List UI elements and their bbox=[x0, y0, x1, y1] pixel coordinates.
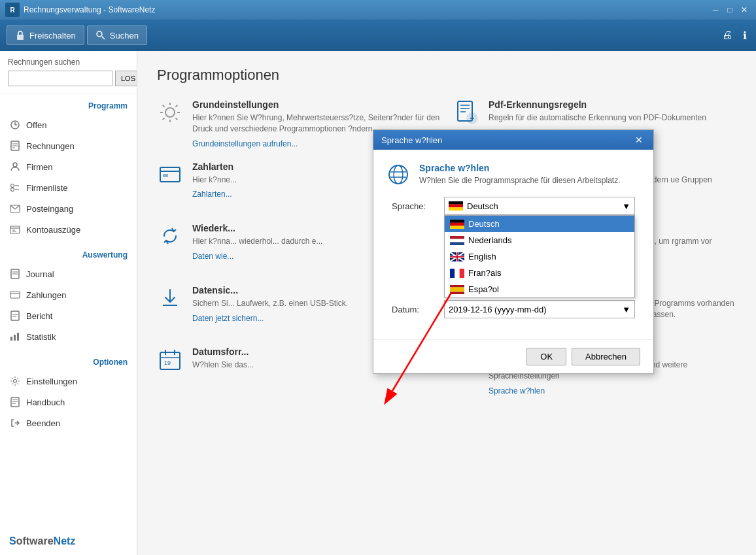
sidebar-item-statistik[interactable]: Statistik bbox=[0, 326, 137, 347]
lang-nederlands-label: Nederlands bbox=[468, 235, 512, 245]
datum-row: Datum: 2019-12-16 (yyyy-mm-dd) ▼ bbox=[392, 300, 635, 318]
svg-text:R: R bbox=[10, 7, 15, 14]
abbrechen-button[interactable]: Abbrechen bbox=[572, 348, 640, 365]
sidebar-label-beenden: Beenden bbox=[26, 418, 60, 428]
sidebar-item-firmenliste[interactable]: Firmenliste bbox=[0, 177, 137, 198]
wiederkehrend-desc: Hier k?nna... wiederhol... dadurch e... bbox=[192, 236, 322, 247]
sprache-selected-value: Deutsch bbox=[467, 201, 498, 211]
rechnungen-icon bbox=[9, 140, 21, 152]
svg-rect-34 bbox=[11, 397, 19, 407]
sidebar-item-einstellungen[interactable]: Einstellungen bbox=[0, 371, 137, 392]
lang-espanol[interactable]: Espa?ol bbox=[445, 281, 634, 297]
svg-text:19: 19 bbox=[164, 360, 171, 366]
zahlarten-heading: Zahlarten bbox=[192, 161, 237, 172]
freischalten-button[interactable]: Freischalten bbox=[7, 25, 84, 45]
sidebar-search: Rechnungen suchen LOS bbox=[0, 51, 137, 93]
svg-rect-2 bbox=[17, 35, 24, 40]
journal-icon bbox=[9, 268, 21, 280]
datensicherung-link[interactable]: Daten jetzt sichern... bbox=[192, 314, 264, 323]
svg-rect-80 bbox=[450, 256, 464, 258]
sidebar-item-kontoauszuge[interactable]: Kontoauszüge bbox=[0, 219, 137, 240]
posteingang-icon bbox=[9, 203, 21, 214]
datum-selected-value: 2019-12-16 (yyyy-mm-dd) bbox=[449, 305, 547, 314]
lang-deutsch[interactable]: Deutsch bbox=[445, 216, 634, 232]
search-go-button[interactable]: LOS bbox=[115, 71, 137, 86]
svg-rect-66 bbox=[449, 205, 463, 208]
grundeinstellungen-icon bbox=[157, 99, 183, 126]
svg-point-13 bbox=[11, 184, 14, 188]
freischalten-icon bbox=[15, 30, 26, 41]
content-area: Programmoptionen Grundeinstellungen Hier… bbox=[137, 51, 756, 555]
dialog-body: Sprache w?hlen W?hlen Sie die Programmsp… bbox=[373, 150, 653, 339]
minimize-button[interactable]: ─ bbox=[709, 3, 722, 16]
dialog-header-title: Sprache w?hlen bbox=[419, 163, 620, 173]
datumsformat-text: Datumsforr... W?hlen Sie das... bbox=[192, 346, 254, 375]
sidebar-label-einstellungen: Einstellungen bbox=[26, 377, 77, 386]
datumsformat-heading: Datumsforr... bbox=[192, 346, 254, 357]
sidebar-section-programm: Programm Offen Rechnungen Firmen Firmenl… bbox=[0, 93, 137, 243]
grundeinstellungen-link[interactable]: Grundeinstellungen aufrufen... bbox=[192, 139, 298, 148]
section-header-programm: Programm bbox=[0, 99, 137, 114]
svg-rect-68 bbox=[450, 220, 464, 223]
datumsformat-icon: 19 bbox=[157, 346, 183, 373]
search-row: LOS bbox=[8, 71, 129, 86]
svg-rect-70 bbox=[450, 226, 464, 229]
sidebar-item-bericht[interactable]: Bericht bbox=[0, 305, 137, 326]
section-header-auswertung: Auswertung bbox=[0, 248, 137, 263]
sidebar-section-auswertung: Auswertung Journal Zahlungen Bericht Sta… bbox=[0, 243, 137, 350]
wiederkehrend-link[interactable]: Daten wie... bbox=[192, 252, 233, 261]
sidebar-item-journal[interactable]: Journal bbox=[0, 263, 137, 284]
sidebar-label-kontoauszuge: Kontoauszüge bbox=[26, 225, 80, 235]
logo-netz: Netz bbox=[54, 535, 76, 547]
zahlarten-text: Zahlarten Hier k?nne... Zahlarten... bbox=[192, 161, 237, 199]
firmenliste-icon bbox=[9, 182, 21, 193]
dialog-header: Sprache w?hlen W?hlen Sie die Programmsp… bbox=[387, 163, 640, 186]
lang-nederlands[interactable]: Nederlands bbox=[445, 232, 634, 248]
datum-select-wrapper: 2019-12-16 (yyyy-mm-dd) ▼ bbox=[444, 300, 635, 318]
ok-button[interactable]: OK bbox=[526, 348, 566, 365]
sidebar-item-zahlungen[interactable]: Zahlungen bbox=[0, 284, 137, 305]
datensicherung-icon bbox=[157, 285, 183, 311]
titlebar-title: Rechnungsverwaltung - SoftwareNetz bbox=[24, 5, 155, 14]
sprache-select-display[interactable]: Deutsch ▼ bbox=[444, 197, 635, 215]
statistik-icon bbox=[9, 331, 21, 343]
datum-select-display[interactable]: 2019-12-16 (yyyy-mm-dd) ▼ bbox=[444, 300, 635, 318]
svg-rect-72 bbox=[450, 239, 464, 242]
sidebar-label-bericht: Bericht bbox=[26, 311, 52, 321]
lang-english[interactable]: English bbox=[445, 248, 634, 265]
sidebar-label-firmen: Firmen bbox=[26, 162, 52, 172]
maximize-button[interactable]: □ bbox=[723, 3, 736, 16]
svg-rect-86 bbox=[450, 292, 464, 294]
info-button[interactable]: ℹ bbox=[740, 27, 749, 44]
sprach-link[interactable]: Sprache w?hlen bbox=[489, 386, 545, 395]
wiederkehrend-text: Wiederk... Hier k?nna... wiederhol... da… bbox=[192, 223, 322, 261]
sidebar-label-firmenliste: Firmenliste bbox=[26, 183, 68, 193]
sidebar-item-firmen[interactable]: Firmen bbox=[0, 156, 137, 177]
svg-point-64 bbox=[394, 165, 403, 184]
sidebar-item-offen[interactable]: Offen bbox=[0, 114, 137, 135]
sidebar-item-handbuch[interactable]: Handbuch bbox=[0, 392, 137, 412]
sidebar-item-beenden[interactable]: Beenden bbox=[0, 412, 137, 433]
freischalten-label: Freischalten bbox=[29, 31, 76, 41]
page-title: Programmoptionen bbox=[157, 67, 736, 84]
search-input[interactable] bbox=[8, 71, 112, 86]
svg-rect-73 bbox=[450, 242, 464, 245]
sprache-dialog: Sprache w?hlen ✕ Sprache w?hlen W?hlen S… bbox=[373, 129, 654, 374]
zahlarten-link[interactable]: Zahlarten... bbox=[192, 190, 232, 199]
toolbar: Freischalten Suchen 🖨 ℹ bbox=[0, 20, 756, 51]
dialog-form: Sprache: Deutsch ▼ Deuts bbox=[387, 197, 640, 318]
dialog-close-button[interactable]: ✕ bbox=[632, 135, 645, 145]
svg-rect-30 bbox=[10, 337, 12, 341]
sidebar-label-zahlungen: Zahlungen bbox=[26, 290, 66, 300]
sidebar-section-optionen: Optionen Einstellungen Handbuch Beenden bbox=[0, 350, 137, 436]
suchen-button[interactable]: Suchen bbox=[87, 25, 147, 45]
pdf-icon bbox=[453, 99, 479, 126]
suchen-label: Suchen bbox=[110, 31, 139, 41]
close-button[interactable]: ✕ bbox=[738, 3, 751, 16]
sidebar-item-rechnungen[interactable]: Rechnungen bbox=[0, 135, 137, 156]
sidebar-item-posteingang[interactable]: Posteingang bbox=[0, 198, 137, 219]
lang-francais[interactable]: Fran?ais bbox=[445, 265, 634, 281]
print-button[interactable]: 🖨 bbox=[719, 27, 735, 44]
lang-espanol-label: Espa?ol bbox=[468, 284, 499, 294]
toolbar-right: 🖨 ℹ bbox=[719, 27, 749, 44]
